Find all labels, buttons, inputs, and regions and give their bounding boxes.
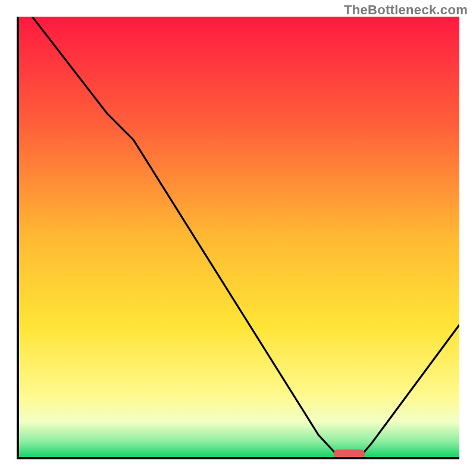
plot-svg <box>19 17 459 457</box>
watermark-text: TheBottleneck.com <box>344 2 468 18</box>
gradient-background <box>19 17 459 457</box>
plot-area <box>19 17 459 457</box>
optimal-marker <box>334 449 365 457</box>
